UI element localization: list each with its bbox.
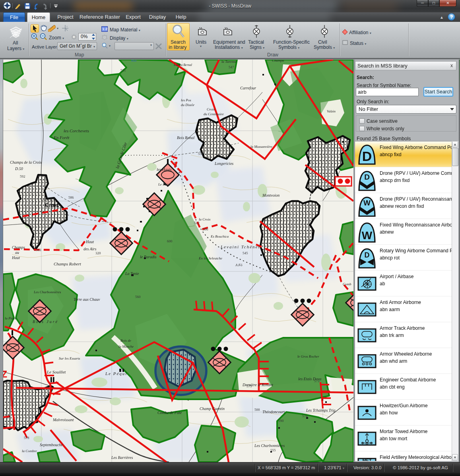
svg-text:574: 574: [302, 414, 308, 418]
svg-text:Les Tchaimps Trig: Les Tchaimps Trig: [306, 408, 336, 412]
svg-text:320: 320: [95, 251, 101, 255]
svg-text:583: 583: [36, 248, 41, 252]
svg-text:D: D: [365, 251, 370, 259]
svg-text:553: 553: [198, 152, 204, 156]
svg-text:Bois Juré: Bois Juré: [33, 319, 58, 324]
svg-text:Carrefour: Carrefour: [240, 86, 256, 90]
svg-text:1:2: 1:2: [102, 27, 107, 31]
svg-text:Champs de la Croix: Champs de la Croix: [10, 160, 42, 164]
svg-text:586: 586: [68, 195, 74, 199]
svg-text:le Gros Rocher: le Gros Rocher: [297, 354, 319, 358]
svg-text:575: 575: [246, 384, 252, 388]
svg-text:Champs Robert: Champs Robert: [54, 261, 82, 266]
svg-text:W: W: [363, 199, 371, 207]
svg-text:MET: MET: [362, 458, 372, 461]
svg-text:des Airs: des Airs: [83, 247, 96, 251]
svg-text:Haut: Haut: [85, 240, 94, 244]
svg-text:Sur les Essarts: Sur les Essarts: [59, 356, 80, 360]
svg-text:522: 522: [194, 221, 200, 225]
svg-text:Les Charbonnières: Les Charbonnières: [33, 290, 61, 294]
svg-text:Haut: Haut: [12, 255, 20, 260]
svg-text:Combe de Fate: Combe de Fate: [157, 410, 182, 415]
svg-text:Champa: Champa: [272, 60, 284, 62]
svg-text:les Hauts: les Hauts: [157, 167, 172, 172]
svg-text:Bois Ronal: Bois Ronal: [177, 135, 194, 140]
svg-text:Le Souillet: Le Souillet: [47, 370, 66, 374]
svg-text:du Distôr: du Distôr: [181, 103, 195, 107]
svg-text:Montvoion: Montvoion: [262, 193, 279, 197]
svg-text:590: 590: [278, 419, 284, 423]
svg-text:la Mussanvière: la Mussanvière: [250, 145, 272, 149]
svg-text:W: W: [362, 229, 373, 242]
svg-text:Malvroissant: Malvroissant: [52, 418, 74, 422]
svg-text:Croix: Croix: [45, 202, 59, 208]
svg-text:Croix: Croix: [207, 107, 215, 111]
svg-text:Valzin: Valzin: [327, 109, 336, 113]
svg-text:Bois de: Bois de: [120, 339, 131, 342]
svg-text:555: 555: [270, 448, 276, 452]
svg-text:la Manche: la Manche: [118, 344, 134, 348]
svg-text:D: D: [362, 149, 372, 164]
svg-text:D.50: D.50: [15, 166, 23, 171]
svg-text:A Fô: A Fô: [235, 263, 243, 267]
svg-text:Comb: Comb: [343, 282, 351, 286]
svg-text:La Tenie: La Tenie: [125, 271, 139, 276]
svg-text:545: 545: [243, 251, 248, 255]
svg-text:Les Charbonnières: Les Charbonnières: [254, 443, 285, 448]
svg-text:du Centenaire: du Centenaire: [204, 112, 224, 116]
svg-text:Z: Z: [3, 369, 7, 379]
svg-text:Levaini Tchênet: Levaini Tchênet: [220, 244, 260, 249]
svg-text:Théodoncourt: Théodoncourt: [262, 410, 285, 414]
svg-text:le Paradis: le Paradis: [140, 255, 156, 259]
svg-text:Champs: Champs: [12, 245, 25, 250]
svg-text:la Tarenne: la Tarenne: [221, 60, 237, 64]
svg-text:En les Seleutche: En les Seleutche: [198, 256, 222, 260]
svg-text:Es Bouchica: Es Bouchica: [210, 234, 229, 238]
svg-text:592: 592: [20, 174, 25, 178]
svg-text:la Pièce: la Pièce: [5, 316, 16, 320]
svg-text:531: 531: [120, 68, 126, 72]
svg-text:Lomba Bernal: Lomba Bernal: [173, 63, 192, 67]
svg-text:la Croix: la Croix: [199, 217, 210, 221]
svg-text:U.14 [C]: U.14 [C]: [41, 197, 54, 201]
svg-text:Ruz: Ruz: [131, 60, 137, 62]
svg-text:x: x: [66, 25, 68, 27]
svg-text:En Forêt: En Forêt: [53, 135, 70, 140]
svg-text:Les Barrières: Les Barrières: [111, 455, 133, 460]
svg-text:les Corchevets: les Corchevets: [64, 128, 89, 133]
svg-text:Terre aux Chauv: Terre aux Chauv: [74, 297, 100, 302]
svg-text:Le Péqui: Le Péqui: [105, 371, 127, 376]
svg-text:560: 560: [135, 295, 141, 299]
svg-text:573: 573: [314, 379, 320, 383]
svg-text:Champ Cuentin: Champ Cuentin: [200, 406, 225, 411]
svg-text:Le Puits: Le Puits: [158, 182, 170, 186]
svg-text:Longericies: Longericies: [214, 161, 233, 166]
svg-text:au: au: [15, 250, 19, 255]
svg-text:600: 600: [167, 239, 173, 243]
svg-text:la Combre: la Combre: [22, 449, 37, 453]
svg-text:500: 500: [254, 408, 260, 412]
svg-text:506: 506: [203, 227, 208, 231]
svg-text:Septembouche: Septembouche: [40, 443, 63, 447]
svg-text:592: 592: [262, 217, 268, 221]
svg-text:547: 547: [229, 65, 234, 69]
svg-text:578: 578: [24, 436, 29, 440]
svg-text:les Pos: les Pos: [181, 98, 191, 102]
svg-text:D: D: [364, 173, 370, 181]
